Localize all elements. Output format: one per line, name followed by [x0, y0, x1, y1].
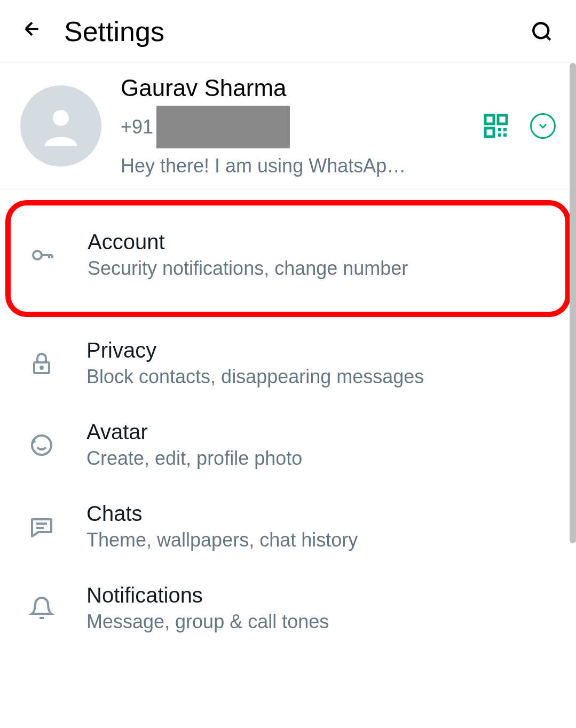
profile-info: Gaurav Sharma +91 Hey there! I am using …: [121, 75, 472, 177]
svg-rect-7: [498, 133, 501, 137]
chat-icon: [29, 514, 54, 540]
svg-rect-8: [503, 133, 507, 137]
setting-title: Avatar: [86, 420, 556, 444]
header: Settings: [0, 0, 576, 63]
qr-code-button[interactable]: [483, 113, 509, 139]
search-button[interactable]: [529, 19, 555, 44]
avatar-face-icon: [29, 432, 54, 458]
avatar-icon: [20, 85, 101, 167]
dropdown-button[interactable]: [530, 113, 556, 139]
setting-title: Account: [88, 230, 555, 254]
svg-rect-3: [498, 115, 507, 124]
setting-chats[interactable]: Chats Theme, wallpapers, chat history: [5, 486, 571, 567]
svg-point-12: [32, 436, 51, 455]
setting-notifications[interactable]: Notifications Message, group & call tone…: [5, 567, 571, 649]
setting-title: Privacy: [86, 338, 556, 362]
setting-text: Notifications Message, group & call tone…: [86, 583, 556, 633]
profile-actions: [483, 113, 556, 139]
setting-avatar[interactable]: Avatar Create, edit, profile photo: [5, 404, 571, 486]
setting-subtitle: Message, group & call tones: [86, 611, 556, 633]
profile-status: Hey there! I am using WhatsAp…: [121, 155, 472, 177]
setting-account[interactable]: Account Security notifications, change n…: [5, 200, 571, 317]
svg-point-1: [53, 110, 69, 126]
setting-title: Chats: [86, 502, 556, 526]
setting-text: Account Security notifications, change n…: [88, 230, 555, 280]
settings-list: Account Security notifications, change n…: [0, 189, 576, 660]
svg-rect-4: [485, 128, 494, 137]
setting-privacy[interactable]: Privacy Block contacts, disappearing mes…: [5, 322, 571, 404]
setting-text: Avatar Create, edit, profile photo: [86, 420, 556, 470]
lock-icon: [29, 351, 54, 376]
setting-subtitle: Block contacts, disappearing messages: [86, 366, 556, 388]
svg-rect-5: [498, 128, 501, 131]
svg-point-0: [533, 23, 548, 38]
phone-redacted-block: [156, 106, 290, 148]
setting-text: Chats Theme, wallpapers, chat history: [86, 502, 556, 551]
svg-point-11: [41, 367, 43, 369]
svg-point-9: [33, 251, 42, 259]
profile-section[interactable]: Gaurav Sharma +91 Hey there! I am using …: [0, 63, 576, 189]
svg-rect-6: [503, 128, 507, 131]
setting-text: Privacy Block contacts, disappearing mes…: [86, 338, 556, 388]
profile-phone: +91: [121, 106, 472, 148]
back-button[interactable]: [21, 18, 43, 44]
phone-prefix: +91: [121, 116, 153, 138]
scrollbar[interactable]: [570, 63, 576, 543]
svg-rect-2: [485, 115, 494, 124]
page-title: Settings: [64, 15, 529, 48]
key-icon: [30, 242, 56, 268]
profile-name: Gaurav Sharma: [121, 75, 472, 101]
setting-subtitle: Theme, wallpapers, chat history: [86, 529, 556, 551]
setting-subtitle: Security notifications, change number: [88, 257, 555, 280]
setting-title: Notifications: [86, 583, 556, 607]
setting-subtitle: Create, edit, profile photo: [86, 447, 556, 470]
bell-icon: [29, 596, 54, 621]
